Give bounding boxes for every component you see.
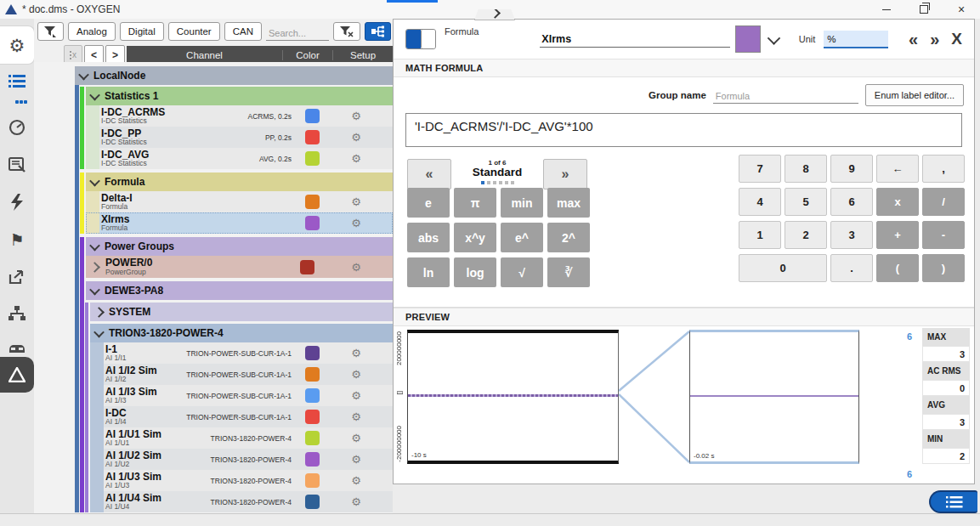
filter-analog-button[interactable]: Analog [68,22,116,41]
channel-color-swatch[interactable] [305,367,320,382]
keyboard-prev-page-button[interactable]: « [407,159,451,189]
unit-input[interactable] [824,31,895,47]
sidebar-item-oxygen-logo[interactable] [0,357,34,393]
restore-button[interactable] [905,0,943,19]
tree-group-statistics[interactable]: Statistics 1 [86,87,393,105]
gear-icon[interactable]: ⚙ [320,110,393,122]
sidebar-item-measurement[interactable] [0,110,34,144]
chevron-down-icon[interactable] [78,69,89,80]
tree-group-formula[interactable]: Formula [86,173,393,191]
key-comma[interactable]: , [922,155,965,183]
chevron-down-icon[interactable] [89,240,100,251]
gear-icon[interactable]: ⚙ [320,368,393,381]
key-pi[interactable]: π [454,188,496,218]
key-close-paren[interactable]: ) [922,254,965,282]
clear-filter-button[interactable] [333,22,360,41]
key-1[interactable]: 1 [739,221,781,249]
next-channel-button[interactable]: » [930,31,939,48]
channel-row-power-group[interactable]: POWER/0 PowerGroup ⚙ [86,256,393,278]
key-decimal[interactable]: . [830,254,873,282]
column-color[interactable]: Color [282,50,332,60]
key-backspace[interactable]: ← [876,155,919,183]
key-pow2[interactable]: 2^ [547,223,590,252]
sidebar-item-power[interactable] [0,185,34,219]
key-e[interactable]: e [407,188,450,218]
key-0[interactable]: 0 [739,254,827,282]
sidebar-item-channel-list[interactable] [0,65,34,99]
channel-color-swatch[interactable] [305,109,320,123]
tree-group-dewe3-pa8[interactable]: DEWE3-PA8 [86,281,393,300]
close-button[interactable]: × [943,0,980,19]
key-divide[interactable]: / [922,188,965,216]
key-log[interactable]: log [454,257,496,287]
channel-color-picker[interactable] [735,25,761,53]
chevron-right-icon[interactable] [89,262,100,273]
channel-row[interactable]: AI 1/U2 Sim AI 1/U2 TRION3-1820-POWER-4 … [90,449,393,470]
group-name-input[interactable] [713,89,858,104]
channel-row[interactable]: AI 1/U1 Sim AI 1/U1 TRION3-1820-POWER-4 … [90,427,393,449]
channel-color-swatch[interactable] [305,495,320,509]
key-2[interactable]: 2 [785,221,827,249]
key-min[interactable]: min [501,188,543,218]
channel-row[interactable]: I-DC_PP I-DC Statistics PP, 0.2s ⚙ [86,127,393,148]
formula-expression-input[interactable]: 'I-DC_ACRMS'/'I-DC_AVG'*100 [405,113,962,147]
close-editor-button[interactable]: X [951,30,962,48]
gear-icon[interactable]: ⚙ [320,217,393,229]
key-ln[interactable]: ln [407,257,450,287]
key-5[interactable]: 5 [785,188,827,216]
key-9[interactable]: 9 [830,155,873,183]
channel-color-swatch[interactable] [305,473,320,488]
chevron-down-icon[interactable] [89,175,100,186]
channel-active-toggle[interactable] [405,29,436,49]
sidebar-item-export[interactable] [0,260,34,294]
key-plus[interactable]: + [876,221,919,249]
chevron-down-icon[interactable] [93,326,105,337]
channel-name-input[interactable] [540,31,729,48]
key-exp[interactable]: e^ [501,223,543,252]
gear-icon[interactable]: ⚙ [320,195,393,208]
filter-button[interactable] [37,22,64,41]
sidebar-item-reporting[interactable] [0,148,34,182]
minimize-button[interactable] [868,0,905,19]
tree-group-system[interactable]: SYSTEM [90,303,393,321]
channel-color-swatch[interactable] [305,431,320,445]
channel-color-swatch[interactable] [305,452,320,467]
channel-color-swatch[interactable] [305,151,320,166]
channel-color-swatch[interactable] [305,216,320,230]
sidebar-item-sync[interactable] [0,297,34,331]
key-7[interactable]: 7 [739,155,781,183]
channel-row[interactable]: I-DC_AVG I-DC Statistics AVG, 0.2s ⚙ [86,148,393,169]
channel-row[interactable]: AI 1/U4 Sim AI 1/U4 TRION3-1820-POWER-4 … [90,491,393,512]
key-open-paren[interactable]: ( [876,254,919,282]
gear-icon[interactable]: ⚙ [320,261,393,274]
gear-icon[interactable]: ⚙ [320,495,393,508]
gear-icon[interactable]: ⚙ [320,410,393,423]
key-6[interactable]: 6 [830,188,873,216]
column-setup[interactable]: Setup [332,50,393,60]
enum-label-editor-button[interactable]: Enum label editor... [865,84,964,106]
sidebar-item-settings[interactable]: ⚙ [0,25,35,65]
channel-tree-view-button[interactable] [365,22,391,41]
previous-channel-button[interactable]: « [909,31,918,48]
channel-color-swatch[interactable] [305,130,320,144]
channel-color-swatch[interactable] [305,410,320,424]
key-power[interactable]: x^y [454,223,496,252]
channel-row[interactable]: I-DC_ACRMS I-DC Statistics ACRMS, 0.2s ⚙ [86,105,393,127]
search-input[interactable] [266,26,329,41]
chevron-down-icon[interactable] [89,284,100,295]
gear-icon[interactable]: ⚙ [320,152,393,165]
keyboard-next-page-button[interactable]: » [543,159,587,189]
channel-row[interactable]: I-1 AI 1/I1 TRION-POWER-SUB-CUR-1A-1 ⚙ [90,342,393,364]
tree-node-localnode[interactable]: LocalNode [75,66,393,85]
key-minus[interactable]: - [922,221,965,249]
channel-color-swatch[interactable] [300,260,314,274]
chevron-right-icon[interactable] [93,307,105,318]
sidebar-item-events[interactable]: ⚑ [0,223,34,257]
key-multiply[interactable]: x [876,188,919,216]
preview-chart-full[interactable]: -10 s [407,330,619,464]
key-max[interactable]: max [547,188,590,218]
channel-row[interactable]: AI 1/I2 Sim AI 1/I2 TRION-POWER-SUB-CUR-… [90,364,393,385]
key-4[interactable]: 4 [739,188,781,216]
channel-row[interactable]: AI 1/U3 Sim AI 1/U3 TRION3-1820-POWER-4 … [90,470,393,491]
key-cbrt[interactable]: ∛ [547,257,590,287]
